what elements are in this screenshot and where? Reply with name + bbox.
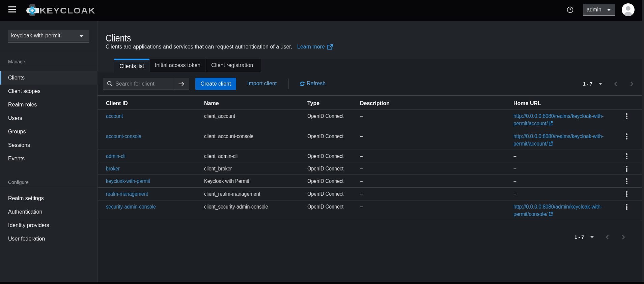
client-id-link[interactable]: security-admin-console: [106, 203, 156, 211]
sidebar-item-label: Identity providers: [8, 222, 49, 228]
main-content: Clients Clients are applications and ser…: [98, 21, 644, 284]
column-header-actions: [618, 95, 644, 109]
brand-text: KEYCLOAK: [39, 6, 95, 15]
sidebar-item-user-federation[interactable]: User federation: [0, 232, 97, 246]
table-row-realm-management: realm-managementclient_realm-managementO…: [98, 188, 644, 200]
home-url-link[interactable]: http://0.0.0.0:8080/realms/keycloak-with…: [513, 133, 604, 148]
row-kebab-menu[interactable]: [618, 175, 644, 187]
chevron-down-icon[interactable]: [590, 236, 594, 238]
external-link-icon: [549, 141, 553, 146]
sidebar-item-realm-roles[interactable]: Realm roles: [0, 98, 97, 112]
user-menu-dropdown[interactable]: admin: [583, 4, 615, 16]
pagination-range: 1 - 7: [575, 234, 584, 240]
sidebar-item-events[interactable]: Events: [0, 152, 97, 165]
sidebar-item-label: Sessions: [8, 142, 30, 148]
tab-initial-access-token[interactable]: Initial access token: [150, 59, 205, 72]
refresh-link[interactable]: Refresh: [300, 81, 326, 87]
sidebar-item-users[interactable]: Users: [0, 112, 97, 125]
client-id-link[interactable]: admin-cli: [106, 153, 125, 160]
nav-toggle-icon[interactable]: [8, 6, 16, 12]
row-kebab-menu[interactable]: [618, 188, 644, 200]
external-link-icon: [327, 44, 333, 50]
tab-label: Clients list: [119, 63, 144, 69]
table-row-account: accountclient_accountOpenID Connect–http…: [98, 110, 644, 130]
client-description: –: [360, 178, 363, 184]
row-kebab-menu[interactable]: [618, 130, 644, 150]
home-url-empty: –: [513, 166, 516, 171]
table-row-broker: brokerclient_brokerOpenID Connect––: [98, 162, 644, 175]
window-edge: [0, 282, 644, 284]
table-header-row: Client ID Name Type Description Home URL: [98, 95, 644, 110]
divider: [0, 188, 97, 188]
divider: [0, 51, 97, 51]
chevron-down-icon[interactable]: [599, 83, 602, 85]
tab-label: Client registration: [211, 62, 253, 68]
home-url-link[interactable]: http://0.0.0.0:8080/realms/keycloak-with…: [513, 113, 604, 127]
column-header-home-url[interactable]: Home URL: [511, 95, 618, 109]
sidebar-item-label: Authentication: [8, 209, 42, 215]
row-kebab-menu[interactable]: [618, 200, 644, 221]
search-submit-button[interactable]: [173, 78, 189, 90]
client-id-link[interactable]: keycloak-with-permit: [106, 178, 150, 185]
client-name: client_broker: [204, 165, 232, 172]
pagination-top: 1 - 7: [583, 78, 639, 90]
prev-page-button[interactable]: [605, 234, 610, 240]
column-header-description[interactable]: Description: [357, 95, 511, 109]
table-row-keycloak-with-permit: keycloak-with-permitKeycloak with Permit…: [98, 175, 644, 188]
scrollbar-track[interactable]: [642, 0, 644, 284]
search-icon: [107, 81, 113, 87]
toolbar: Search for client Create client Import c…: [103, 78, 639, 95]
tab-strip-background: [261, 59, 644, 72]
sidebar-item-groups[interactable]: Groups: [0, 125, 97, 138]
home-url-link[interactable]: http://0.0.0.0:8080/admin/keycloak-with-…: [513, 203, 602, 218]
nav-group-label-manage: Manage: [8, 59, 25, 64]
sidebar-item-label: Realm settings: [8, 195, 44, 201]
external-link-icon: [549, 212, 553, 216]
row-kebab-menu[interactable]: [618, 110, 644, 130]
client-name: client_security-admin-console: [204, 203, 268, 211]
row-kebab-menu[interactable]: [618, 150, 644, 162]
chevron-down-icon: [607, 9, 611, 11]
realm-selector[interactable]: keycloak-with-permit: [8, 30, 89, 42]
import-client-link[interactable]: Import client: [247, 81, 277, 87]
table-row-account-console: account-consoleclient_account-consoleOpe…: [98, 130, 644, 150]
avatar[interactable]: [622, 3, 635, 16]
page-header: Clients Clients are applications and ser…: [98, 21, 644, 72]
home-url-empty: –: [513, 191, 516, 197]
column-header-name[interactable]: Name: [201, 95, 305, 109]
sidebar-item-authentication[interactable]: Authentication: [0, 205, 97, 219]
client-name: client_account: [204, 113, 235, 120]
sidebar-item-realm-settings[interactable]: Realm settings: [0, 192, 97, 205]
column-header-type[interactable]: Type: [305, 95, 357, 109]
help-icon[interactable]: ?: [566, 6, 574, 14]
masthead: KEYCLOAK ? admin: [0, 0, 644, 21]
client-description: –: [360, 204, 363, 210]
sidebar-item-sessions[interactable]: Sessions: [0, 138, 97, 152]
sidebar-item-client-scopes[interactable]: Client scopes: [0, 85, 97, 98]
sidebar-item-identity-providers[interactable]: Identity providers: [0, 219, 97, 232]
prev-page-button[interactable]: [613, 81, 618, 87]
next-page-button[interactable]: [621, 234, 626, 240]
client-id-link[interactable]: account: [106, 113, 123, 120]
table-row-security-admin-console: security-admin-consoleclient_security-ad…: [98, 200, 644, 221]
clients-table: Client ID Name Type Description Home URL…: [98, 95, 644, 221]
tab-client-registration[interactable]: Client registration: [206, 59, 261, 72]
search-input[interactable]: Search for client: [103, 78, 173, 90]
next-page-button[interactable]: [629, 81, 635, 87]
client-id-link[interactable]: broker: [106, 165, 120, 172]
client-type: OpenID Connect: [307, 165, 343, 172]
learn-more-link[interactable]: Learn more: [297, 44, 333, 50]
column-header-client-id[interactable]: Client ID: [98, 95, 201, 109]
client-description: –: [360, 191, 363, 197]
client-type: OpenID Connect: [307, 178, 343, 185]
sidebar-item-label: Groups: [8, 129, 26, 135]
client-id-link[interactable]: realm-management: [106, 190, 148, 198]
row-kebab-menu[interactable]: [618, 162, 644, 175]
tab-clients-list[interactable]: Clients list: [114, 59, 149, 72]
sidebar-item-clients[interactable]: Clients: [0, 71, 97, 85]
keycloak-logo[interactable]: KEYCLOAK: [22, 3, 99, 19]
client-id-link[interactable]: account-console: [106, 133, 141, 140]
client-name: client_realm-management: [204, 190, 260, 198]
create-client-button[interactable]: Create client: [195, 78, 236, 90]
client-description: –: [360, 133, 363, 139]
